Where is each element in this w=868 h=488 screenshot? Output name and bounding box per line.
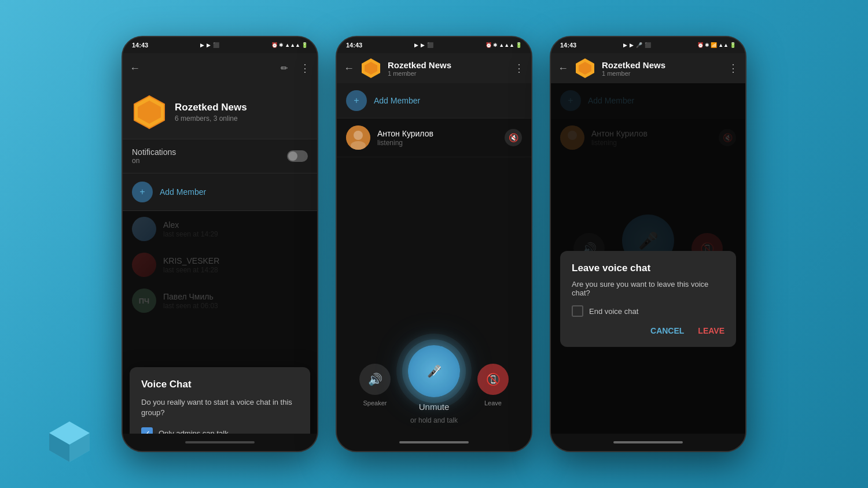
home-indicator-1 xyxy=(123,434,317,451)
leave-cancel-button[interactable]: CANCEL xyxy=(650,326,684,335)
phone-2: 14:43 ▶ ▶ ⬛ ⏰ ✱ ▲▲▲ 🔋 ← xyxy=(336,36,532,452)
phone3-channel-avatar xyxy=(574,57,596,79)
signal-icon-1: ▲▲▲ xyxy=(285,42,300,48)
add-member-text-2: Add Member xyxy=(374,96,420,105)
voice-chat-panel: + Add Member Антон Курилов listening 🔇 xyxy=(337,83,531,434)
phone2-channel-name: Rozetked News xyxy=(388,60,508,70)
back-icon-3[interactable]: ← xyxy=(558,62,568,75)
signal-icon-2: ▲▲▲ xyxy=(499,42,514,48)
signal-icon-3: ▲▲ xyxy=(718,42,729,48)
mic-muted-icon: 🎤̸ xyxy=(427,364,442,378)
phone3-navbar: ← Rozetked News 1 member ⋮ xyxy=(551,53,745,83)
notifications-row: Notifications on xyxy=(123,139,317,173)
home-indicator-3 xyxy=(551,434,745,451)
vc-spacer xyxy=(337,157,531,334)
vc-member-avatar xyxy=(346,125,370,150)
battery-icon-3: 🔋 xyxy=(730,42,736,48)
leave-confirm-button[interactable]: LEAVE xyxy=(698,326,724,335)
wifi-icon-3: 📶 xyxy=(711,42,717,48)
phone3-channel-name: Rozetked News xyxy=(602,60,722,70)
edit-icon-1[interactable]: ✏ xyxy=(281,63,288,73)
back-icon-1[interactable]: ← xyxy=(130,62,140,75)
phone-3: 14:43 ▶ ▶ 🎤 ⬛ ⏰ ✱ 📶 ▲▲ 🔋 ← xyxy=(550,36,746,452)
profile-avatar-large xyxy=(132,95,167,130)
checkbox-label: Only admins can talk xyxy=(159,429,229,434)
voice-chat-dialog: Voice Chat Do you really want to start a… xyxy=(130,367,310,434)
phone2-channel-avatar xyxy=(360,57,382,79)
leave-circle: 📵 xyxy=(477,364,509,395)
leave-dialog-body: Are you sure you want to leave this voic… xyxy=(572,280,724,297)
leave-dialog-title: Leave voice chat xyxy=(572,263,724,274)
phone-1: 14:43 ▶ ▶ ⬛ ⏰ ✱ ▲▲▲ 🔋 ← ✏ ⋮ xyxy=(122,36,318,452)
phone3-content: + Add Member Антон Курилов listening xyxy=(551,83,745,434)
home-bar-1 xyxy=(185,441,255,443)
cube-logo xyxy=(46,419,93,465)
vc-controls: 🔊 Speaker 🎤̸ Unmute or hold and talk 📵 xyxy=(337,334,531,434)
speaker-btn[interactable]: 🔊 Speaker xyxy=(359,364,391,406)
leave-btn[interactable]: 📵 Leave xyxy=(477,364,509,406)
bluetooth-icon-1: ✱ xyxy=(279,42,284,48)
add-member-icon-2: + xyxy=(346,90,367,111)
phone2-navbar: ← Rozetked News 1 member ⋮ xyxy=(337,53,531,83)
add-member-row-2[interactable]: + Add Member xyxy=(337,83,531,119)
phone1-topbar: ← ✏ ⋮ xyxy=(123,53,317,83)
leave-dialog: Leave voice chat Are you sure you want t… xyxy=(560,251,736,347)
dialog-body: Do you really want to start a voice chat… xyxy=(141,397,299,418)
phone2-title-block: Rozetked News 1 member xyxy=(388,60,508,77)
add-member-row-1[interactable]: + Add Member xyxy=(123,173,317,211)
phone2-channel-members: 1 member xyxy=(388,70,508,77)
status-time-1: 14:43 xyxy=(132,42,148,49)
leave-label: Leave xyxy=(484,400,502,406)
phone3-title-block: Rozetked News 1 member xyxy=(602,60,722,77)
play-icon-2: ▶ xyxy=(421,42,425,48)
image-icon-2: ⬛ xyxy=(427,42,433,48)
add-member-icon-1: + xyxy=(132,182,153,202)
checkbox-row[interactable]: ✓ Only admins can talk xyxy=(141,427,299,434)
vc-member-name: Антон Курилов xyxy=(377,129,498,138)
battery-icon-2: 🔋 xyxy=(516,42,522,48)
main-mute-btn[interactable]: 🎤̸ xyxy=(408,345,460,397)
status-right-1: ⏰ ✱ ▲▲▲ 🔋 xyxy=(271,42,308,48)
leave-dialog-buttons: CANCEL LEAVE xyxy=(572,326,724,335)
vc-buttons-row: 🔊 Speaker 🎤̸ Unmute or hold and talk 📵 xyxy=(337,345,531,424)
status-right-3: ⏰ ✱ 📶 ▲▲ 🔋 xyxy=(697,42,736,48)
home-bar-3 xyxy=(613,441,683,443)
home-bar-2 xyxy=(399,441,469,443)
status-right-2: ⏰ ✱ ▲▲▲ 🔋 xyxy=(486,42,522,48)
leave-dialog-overlay: Leave voice chat Are you sure you want t… xyxy=(551,83,745,434)
notifications-value: on xyxy=(132,157,176,165)
alarm-icon-3: ⏰ xyxy=(697,42,704,48)
phone1-content: Alex last seen at 14:29 KRIS_VESKER last… xyxy=(123,211,317,434)
svg-point-5 xyxy=(354,131,363,140)
dialog-title: Voice Chat xyxy=(141,379,299,390)
battery-icon-1: 🔋 xyxy=(301,42,308,48)
youtube-icon-2: ▶ xyxy=(414,42,418,48)
status-icons-left-3: ▶ ▶ 🎤 ⬛ xyxy=(623,42,651,48)
more-icon-2[interactable]: ⋮ xyxy=(514,62,524,75)
play-icon-3: ▶ xyxy=(630,42,634,48)
phone3-channel-members: 1 member xyxy=(602,70,722,77)
back-icon-2[interactable]: ← xyxy=(344,62,354,75)
status-bar-2: 14:43 ▶ ▶ ⬛ ⏰ ✱ ▲▲▲ 🔋 xyxy=(337,37,531,53)
end-chat-label: End voice chat xyxy=(589,307,638,316)
more-icon-1[interactable]: ⋮ xyxy=(300,62,310,75)
leave-checkbox-row[interactable]: End voice chat xyxy=(572,305,724,317)
status-time-3: 14:43 xyxy=(560,42,576,49)
status-icons-left-2: ▶ ▶ ⬛ xyxy=(414,42,433,48)
hold-label: or hold and talk xyxy=(410,416,458,424)
alarm-icon-2: ⏰ xyxy=(486,42,492,48)
youtube-icon-3: ▶ xyxy=(623,42,627,48)
home-indicator-2 xyxy=(337,434,531,451)
youtube-icon-1: ▶ xyxy=(200,42,204,48)
speaker-label: Speaker xyxy=(363,400,387,406)
status-time-2: 14:43 xyxy=(346,42,362,49)
add-member-text-1: Add Member xyxy=(160,187,206,197)
mic-icon-3: 🎤 xyxy=(636,42,642,48)
notifications-toggle[interactable] xyxy=(287,150,308,162)
bluetooth-icon-3: ✱ xyxy=(705,42,709,48)
more-icon-3[interactable]: ⋮ xyxy=(728,62,738,75)
admins-checkbox[interactable]: ✓ xyxy=(141,427,153,434)
end-chat-checkbox[interactable] xyxy=(572,305,583,317)
voice-chat-dialog-overlay: Voice Chat Do you really want to start a… xyxy=(123,211,317,434)
profile-header: Rozetked News 6 members, 3 online xyxy=(123,83,317,139)
